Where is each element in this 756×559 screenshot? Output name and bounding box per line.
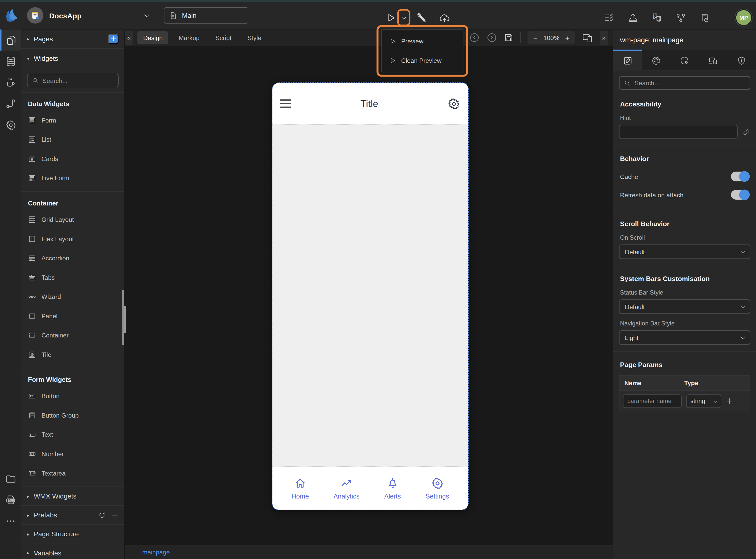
wavemaker-logo-icon bbox=[5, 8, 19, 23]
widget-item-accordion[interactable]: Accordion bbox=[21, 248, 124, 268]
canvas-body[interactable]: Title Home bbox=[125, 46, 613, 545]
widget-item-button[interactable]: Button bbox=[21, 386, 124, 406]
tab-events[interactable] bbox=[670, 50, 699, 70]
widget-item-grid-layout[interactable]: Grid Layout bbox=[21, 210, 124, 229]
parameter-type-select[interactable]: string bbox=[686, 394, 721, 408]
statusbar-page-link[interactable]: mainpage bbox=[142, 549, 170, 556]
rail-java-services-button[interactable] bbox=[0, 72, 21, 93]
tab-design[interactable]: Design bbox=[137, 31, 168, 44]
menu-item-preview[interactable]: Preview bbox=[382, 33, 463, 50]
checklist-button[interactable] bbox=[604, 12, 615, 23]
bind-link-icon[interactable] bbox=[742, 128, 750, 136]
widget-item-container[interactable]: Container bbox=[21, 326, 124, 345]
widget-search-input[interactable]: Search... bbox=[27, 74, 119, 87]
cache-toggle[interactable] bbox=[731, 172, 749, 181]
widget-item-number[interactable]: 123 Number bbox=[21, 444, 124, 464]
sync-project-button[interactable] bbox=[699, 12, 710, 23]
rail-logs-button[interactable]: LOG bbox=[0, 489, 21, 511]
undo-button[interactable] bbox=[469, 32, 480, 43]
rail-apis-button[interactable] bbox=[0, 93, 21, 114]
page-structure-section[interactable]: ▸ Page Structure bbox=[21, 524, 124, 543]
app-switcher-chevron-icon[interactable] bbox=[144, 12, 149, 17]
widget-item-panel[interactable]: Panel bbox=[21, 306, 124, 326]
widget-label: Textarea bbox=[41, 469, 65, 476]
export-build-button[interactable] bbox=[628, 12, 639, 23]
version-control-button[interactable] bbox=[675, 12, 686, 23]
zoom-in-button[interactable]: + bbox=[565, 33, 569, 42]
pages-section-header[interactable]: ▸ Pages bbox=[21, 29, 124, 49]
rail-settings-button[interactable] bbox=[0, 114, 21, 136]
tab-responsive[interactable] bbox=[699, 50, 727, 70]
nav-item-settings[interactable]: Settings bbox=[426, 476, 449, 500]
widget-item-button-group[interactable]: Button Group bbox=[21, 406, 124, 425]
add-parameter-button[interactable] bbox=[726, 398, 733, 405]
redo-button[interactable] bbox=[486, 32, 497, 43]
canvas-area: « Design Markup Script Style bbox=[125, 29, 613, 559]
rail-pages-button[interactable] bbox=[0, 29, 21, 50]
tab-markup[interactable]: Markup bbox=[173, 31, 205, 44]
widget-item-live-form[interactable]: Live Form bbox=[21, 168, 124, 187]
prefabs-section[interactable]: ▸ Prefabs bbox=[21, 506, 124, 525]
phone-header-gear-icon[interactable] bbox=[448, 97, 460, 110]
nav-item-alerts[interactable]: Alerts bbox=[384, 476, 401, 500]
widget-item-tile[interactable]: Tile bbox=[21, 345, 124, 364]
translate-button[interactable]: A 文 bbox=[651, 12, 662, 23]
properties-search-input[interactable]: Search... bbox=[619, 76, 750, 90]
refresh-data-toggle[interactable] bbox=[731, 190, 749, 200]
list-icon bbox=[28, 135, 36, 143]
tab-security[interactable] bbox=[727, 50, 756, 70]
project-avatar[interactable] bbox=[27, 7, 43, 23]
device-preview-button[interactable] bbox=[582, 32, 593, 43]
cache-label: Cache bbox=[620, 173, 638, 180]
widget-item-text[interactable]: Text bbox=[21, 425, 124, 444]
tab-properties[interactable] bbox=[613, 50, 642, 70]
collapse-left-panel-button[interactable]: « bbox=[125, 31, 133, 45]
widget-item-wizard[interactable]: Wizard bbox=[21, 287, 124, 306]
widget-item-cards[interactable]: Cards bbox=[21, 149, 124, 169]
nav-item-home[interactable]: Home bbox=[292, 476, 309, 500]
plus-icon bbox=[110, 36, 117, 42]
expand-right-panel-button[interactable]: » bbox=[600, 31, 608, 45]
phone-preview[interactable]: Title Home bbox=[272, 83, 468, 510]
tab-script[interactable]: Script bbox=[209, 31, 237, 44]
menu-item-clean-preview[interactable]: Clean Preview bbox=[382, 52, 463, 69]
widget-label: Flex Layout bbox=[41, 235, 74, 242]
nav-item-analytics[interactable]: Analytics bbox=[334, 476, 360, 500]
rail-files-button[interactable] bbox=[0, 468, 21, 489]
container-title: Container bbox=[21, 192, 124, 210]
build-tools-button[interactable] bbox=[416, 12, 427, 23]
add-page-button[interactable] bbox=[108, 33, 119, 44]
widget-item-flex-layout[interactable]: Flex Layout bbox=[21, 229, 124, 248]
status-bar-style-select[interactable]: Default bbox=[619, 299, 750, 314]
save-button[interactable] bbox=[504, 33, 513, 42]
preview-run-button[interactable] bbox=[386, 12, 396, 23]
rail-database-button[interactable] bbox=[0, 50, 21, 72]
add-prefab-button[interactable] bbox=[111, 511, 118, 518]
widget-item-textarea[interactable]: Textarea bbox=[21, 463, 124, 483]
page-selector-button[interactable]: Main bbox=[164, 7, 249, 23]
phone-page-content[interactable] bbox=[272, 124, 468, 467]
panel-resize-handle[interactable] bbox=[124, 306, 126, 333]
tab-style[interactable]: Style bbox=[242, 31, 267, 44]
refresh-prefabs-button[interactable] bbox=[98, 511, 106, 518]
widget-item-form[interactable]: Form bbox=[21, 111, 124, 130]
user-avatar[interactable]: MP bbox=[736, 10, 751, 25]
widget-label: Form bbox=[41, 116, 56, 124]
hint-input[interactable] bbox=[619, 125, 738, 139]
widgets-section-header[interactable]: ▾ Widgets bbox=[21, 49, 124, 68]
selected-widget-title: wm-page: mainpage bbox=[613, 29, 756, 49]
rail-more-button[interactable] bbox=[0, 511, 21, 532]
nav-bar-style-select[interactable]: Light bbox=[619, 330, 750, 345]
hamburger-menu-icon[interactable] bbox=[280, 99, 291, 108]
widget-item-list[interactable]: List bbox=[21, 130, 124, 149]
wmx-widgets-section[interactable]: ▸ WMX Widgets bbox=[21, 487, 124, 506]
parameter-name-input[interactable]: parameter name bbox=[623, 394, 682, 408]
widget-item-tabs[interactable]: Tabs bbox=[21, 268, 124, 287]
tab-styles[interactable] bbox=[642, 50, 670, 70]
left-panel-scrollbar[interactable] bbox=[122, 290, 124, 345]
preview-dropdown-chevron-icon[interactable] bbox=[402, 15, 406, 19]
cloud-push-button[interactable] bbox=[439, 12, 450, 23]
zoom-out-button[interactable]: − bbox=[533, 33, 538, 42]
variables-section[interactable]: ▸ Variables bbox=[21, 543, 124, 559]
on-scroll-select[interactable]: Default bbox=[619, 245, 750, 259]
